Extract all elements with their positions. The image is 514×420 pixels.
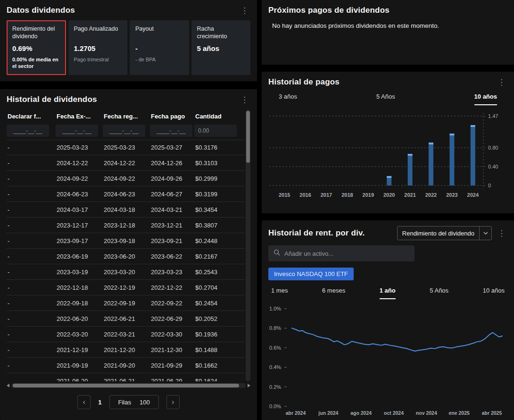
column-header-ex-date[interactable]: Fecha Ex-... xyxy=(56,109,103,123)
vertical-scrollbar-thumb[interactable] xyxy=(246,111,250,163)
next-page-button[interactable]: › xyxy=(166,395,180,409)
stat-card-dividend-yield[interactable]: Rendimiento del dividendo 0.69% 0.00% de… xyxy=(7,20,66,75)
tab-3-anos[interactable]: 3 años xyxy=(279,93,297,105)
table-cell: 2024-03-18 xyxy=(103,206,150,213)
panel-title-proximos: Próximos pagos de dividendos xyxy=(268,6,390,15)
svg-text:2022: 2022 xyxy=(425,192,437,198)
rows-per-page-button[interactable]: Filas 100 xyxy=(109,395,159,409)
table-cell: $0.3199 xyxy=(194,191,245,198)
table-cell: - xyxy=(7,144,56,151)
add-asset-search[interactable] xyxy=(268,245,415,261)
table-cell: 2024-03-17 xyxy=(56,206,103,213)
stat-card-payout[interactable]: Payout - - de BPA xyxy=(130,20,189,75)
yield-history-line-chart: 1.0%0.8%0.6%0.4%0.2%0.0%abr 2024jun 2024… xyxy=(268,303,507,419)
svg-text:0.80: 0.80 xyxy=(488,145,498,151)
stat-label: Payout xyxy=(135,25,183,41)
payment-history-bar-chart: 00.400.801.47201520162017201820192020202… xyxy=(268,109,507,205)
table-cell: $0.3176 xyxy=(194,144,245,151)
table-cell: - xyxy=(7,378,56,382)
svg-text:abr 2024: abr 2024 xyxy=(286,410,306,416)
prev-page-button[interactable]: ‹ xyxy=(77,395,91,409)
table-cell: 2022-03-30 xyxy=(150,331,194,338)
column-header-pay-date[interactable]: Fecha pago xyxy=(150,109,194,123)
stat-card-annualized-payment[interactable]: Pago Anualizado 1.2705 Pago trimestral xyxy=(68,20,128,75)
asset-chip-invesco-nasdaq-100[interactable]: Invesco NASDAQ 100 ETF xyxy=(268,268,354,280)
table-cell: 2024-12-22 xyxy=(103,160,150,167)
filter-record-date[interactable] xyxy=(103,125,145,137)
table-cell: 2024-09-22 xyxy=(103,175,150,182)
dividend-table: Declarar f... Fecha Ex-... Fecha reg... … xyxy=(7,109,250,381)
column-header-record-date[interactable]: Fecha reg... xyxy=(103,109,150,123)
table-cell: 2021-06-21 xyxy=(103,378,150,382)
more-options-icon[interactable]: ⋮ xyxy=(496,77,507,87)
table-cell: 2023-03-23 xyxy=(150,269,194,276)
svg-text:ago 2024: ago 2024 xyxy=(350,410,372,416)
dividends-dashboard: Datos dividendos ⋮ Rendimiento del divid… xyxy=(0,0,514,420)
tab-1-ano[interactable]: 1 año xyxy=(380,287,396,299)
metric-dropdown[interactable]: Rendimiento del dividendo xyxy=(397,226,492,240)
table-cell: 2022-06-20 xyxy=(56,315,103,322)
panel-header: Historial de rent. por div. Rendimiento … xyxy=(268,226,507,240)
table-cell: 2021-06-20 xyxy=(56,378,103,382)
svg-text:ene 2025: ene 2025 xyxy=(448,410,470,416)
table-cell: - xyxy=(7,362,56,369)
tab-5-anos[interactable]: 5 Años xyxy=(376,93,395,105)
table-cell: 2021-09-29 xyxy=(150,362,194,369)
column-header-declare-date[interactable]: Declarar f... xyxy=(7,109,56,123)
chevron-down-icon xyxy=(479,227,491,240)
tab-1-mes[interactable]: 1 mes xyxy=(271,287,288,299)
table-cell: - xyxy=(7,269,56,276)
filter-ex-date[interactable] xyxy=(56,125,98,137)
stat-sub: 0.00% de media en el sector xyxy=(12,56,60,70)
horizontal-scrollbar-thumb[interactable] xyxy=(13,384,239,387)
table-cell: - xyxy=(7,284,56,291)
table-cell: 2023-03-20 xyxy=(103,269,150,276)
table-row: -2024-09-222024-09-222024-09-26$0.2999 xyxy=(7,171,245,186)
table-row: -2022-12-182022-12-192022-12-22$0.2704 xyxy=(7,280,245,295)
stat-value: 1.2705 xyxy=(74,44,122,52)
column-header-amount[interactable]: Cantidad xyxy=(194,109,245,123)
table-cell: - xyxy=(7,331,56,338)
table-row: -2023-12-172023-12-182023-12-21$0.3807 xyxy=(7,218,245,233)
rows-per-page-value: 100 xyxy=(140,399,150,406)
panel-historial-dividendos: Historial de dividendos ⋮ Declarar f... … xyxy=(0,89,257,420)
more-options-icon[interactable]: ⋮ xyxy=(239,95,250,105)
panel-historial-rentabilidad: Historial de rent. por div. Rendimiento … xyxy=(262,220,514,420)
tab-10-anos[interactable]: 10 años xyxy=(483,287,505,299)
panel-header: Historial de dividendos ⋮ xyxy=(7,95,250,105)
horizontal-scrollbar-track[interactable] xyxy=(11,383,246,388)
stat-card-growth-streak[interactable]: Racha crecimiento 5 años xyxy=(191,20,251,75)
stat-sub: Pago trimestral xyxy=(74,56,122,63)
table-cell: 2023-06-19 xyxy=(56,253,103,260)
filter-pay-date[interactable] xyxy=(150,125,192,137)
horizontal-scrollbar[interactable] xyxy=(7,383,250,388)
table-cell: 2021-09-20 xyxy=(103,362,150,369)
table-cell: $0.1936 xyxy=(194,331,245,338)
table-row: -2024-06-232024-06-232024-06-27$0.3199 xyxy=(7,186,245,202)
tab-10-anos[interactable]: 10 años xyxy=(474,93,497,105)
table-cell: 2022-06-29 xyxy=(150,315,194,322)
stat-value: 0.69% xyxy=(12,44,60,52)
add-asset-input[interactable] xyxy=(284,250,409,257)
table-cell: $0.2543 xyxy=(194,269,245,276)
tab-6-meses[interactable]: 6 meses xyxy=(322,287,345,299)
svg-text:1.0%: 1.0% xyxy=(269,306,281,311)
table-cell: $0.2704 xyxy=(194,284,245,291)
table-cell: - xyxy=(7,160,56,167)
table-cell: - xyxy=(7,222,56,229)
more-options-icon[interactable]: ⋮ xyxy=(239,6,250,16)
svg-text:2019: 2019 xyxy=(363,192,374,198)
scroll-left-arrow-icon[interactable] xyxy=(7,384,9,387)
table-row: -2022-03-202022-03-212022-03-30$0.1936 xyxy=(7,327,245,342)
tab-5-anos[interactable]: 5 Años xyxy=(430,287,448,299)
scroll-right-arrow-icon[interactable] xyxy=(248,384,250,387)
filter-amount[interactable] xyxy=(194,125,237,137)
svg-text:1.47: 1.47 xyxy=(488,113,498,119)
table-row: -2022-06-202022-06-212022-06-29$0.2052 xyxy=(7,311,245,327)
svg-text:2024: 2024 xyxy=(467,192,479,198)
table-row: -2023-06-192023-06-202023-06-22$0.2167 xyxy=(7,249,245,264)
vertical-scrollbar[interactable] xyxy=(246,109,250,381)
filter-declare-date[interactable] xyxy=(7,125,49,137)
more-options-icon[interactable]: ⋮ xyxy=(496,228,507,238)
table-cell: 2024-12-26 xyxy=(150,160,194,167)
